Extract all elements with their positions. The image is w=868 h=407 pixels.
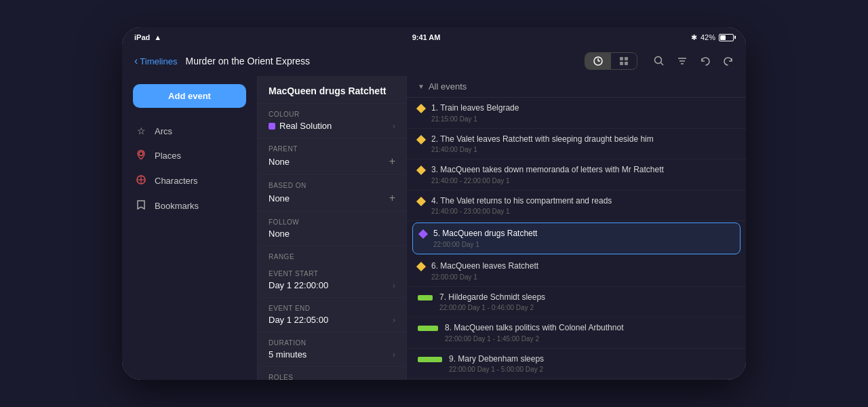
characters-icon: [136, 175, 146, 187]
duration-chevron-icon: ›: [393, 350, 395, 360]
event-item[interactable]: 2. The Valet leaves Ratchett with sleepi…: [407, 129, 746, 160]
bookmarks-icon: [136, 200, 146, 212]
event-content: 2. The Valet leaves Ratchett with sleepi…: [431, 134, 735, 154]
event-time: 21:15:00 Day 1: [431, 115, 735, 123]
svg-rect-5: [620, 62, 623, 65]
svg-rect-6: [625, 62, 628, 65]
event-title: 9. Mary Debenham sleeps: [449, 354, 735, 365]
event-item-selected[interactable]: 5. MacQueen drugs Ratchett 22:00:00 Day …: [412, 222, 741, 254]
event-diamond-icon: [416, 197, 426, 206]
ipad-screen: iPad ▲ 9:41 AM ✱ 42% ‹ Timelines Murder …: [122, 27, 746, 380]
battery-bar: [719, 34, 734, 41]
event-end-row[interactable]: Day 1 22:05:00 ›: [269, 315, 395, 325]
nav-title: Murder on the Orient Express: [185, 56, 576, 66]
event-item[interactable]: 4. The Valet returns to his compartment …: [407, 191, 746, 222]
event-bar-icon: [418, 295, 433, 301]
event-diamond-icon: [416, 135, 426, 144]
event-title: 4. The Valet returns to his compartment …: [431, 196, 735, 207]
collapse-button[interactable]: ▼: [418, 83, 425, 90]
event-start-chevron-icon: ›: [393, 281, 395, 290]
event-diamond-icon: [416, 166, 426, 175]
sidebar-item-bookmarks[interactable]: Bookmarks: [122, 193, 257, 218]
svg-point-12: [139, 152, 143, 156]
event-end-label: Event end: [269, 305, 395, 312]
places-icon: [136, 150, 146, 161]
sidebar-item-arcs[interactable]: ☆ Arcs: [122, 119, 257, 143]
event-content: 6. MacQueen leaves Ratchett 22:00:00 Day…: [431, 261, 735, 281]
toggle-grid-button[interactable]: [611, 53, 637, 69]
sidebar-arcs-label: Arcs: [155, 126, 172, 136]
event-content: 9. Mary Debenham sleeps 22:00:00 Day 1 -…: [449, 354, 735, 374]
status-time: 9:41 AM: [412, 33, 441, 41]
event-content: 5. MacQueen drugs Ratchett 22:00:00 Day …: [433, 229, 733, 248]
event-bar-icon: [418, 357, 442, 362]
svg-rect-3: [620, 57, 623, 60]
follow-row: None: [269, 229, 395, 239]
colour-chevron-icon: ›: [393, 121, 395, 131]
event-content: 7. Hildegarde Schmidt sleeps 22:00:00 Da…: [439, 292, 735, 312]
search-button[interactable]: [654, 56, 665, 66]
sidebar-places-label: Places: [155, 151, 181, 161]
all-events-label: All events: [429, 81, 467, 92]
svg-point-7: [655, 57, 662, 64]
status-right: ✱ 42%: [691, 33, 734, 42]
based-on-label: Based on: [269, 182, 395, 189]
undo-button[interactable]: [700, 56, 711, 66]
duration-label: Duration: [269, 339, 395, 347]
follow-field: Follow None: [258, 212, 406, 246]
event-selected-diamond-icon: [418, 229, 428, 239]
duration-row[interactable]: 5 minutes ›: [269, 349, 395, 360]
all-events-header: ▼ All events: [407, 76, 746, 98]
sidebar: Add event ☆ Arcs Places: [122, 76, 258, 380]
event-bar-icon: [418, 326, 438, 331]
event-item[interactable]: 8. MacQueen talks politics with Colonel …: [407, 317, 746, 349]
event-time: 22:00:00 Day 1: [431, 273, 735, 281]
nav-actions: [654, 56, 734, 66]
based-on-field: Based on None +: [258, 175, 406, 212]
toggle-clock-button[interactable]: [585, 53, 611, 69]
sidebar-item-characters[interactable]: Characters: [122, 168, 257, 193]
based-on-row: None +: [269, 192, 395, 204]
event-item[interactable]: 7. Hildegarde Schmidt sleeps 22:00:00 Da…: [407, 287, 746, 318]
event-time: 22:00:00 Day 1 - 5:00:00 Day 2: [449, 366, 735, 373]
colour-row[interactable]: Real Solution ›: [269, 121, 395, 131]
follow-value: None: [269, 229, 290, 239]
parent-field: Parent None +: [258, 138, 406, 175]
parent-row: None +: [269, 155, 395, 168]
event-time: 22:00:00 Day 1: [433, 241, 733, 248]
view-toggle: [585, 52, 637, 70]
event-title: 7. Hildegarde Schmidt sleeps: [439, 292, 735, 303]
redo-button[interactable]: [723, 56, 734, 66]
event-content: 1. Train leaves Belgrade 21:15:00 Day 1: [431, 103, 735, 123]
parent-add-icon[interactable]: +: [389, 155, 395, 168]
event-title: 8. MacQueen talks politics with Colonel …: [445, 323, 735, 334]
follow-label: Follow: [269, 218, 395, 226]
sidebar-bookmarks-label: Bookmarks: [155, 201, 199, 211]
battery-fill: [720, 35, 726, 40]
nav-bar: ‹ Timelines Murder on the Orient Express: [122, 46, 746, 76]
sidebar-characters-label: Characters: [155, 176, 198, 186]
based-on-add-icon[interactable]: +: [389, 192, 395, 204]
event-item[interactable]: 9. Mary Debenham sleeps 22:00:00 Day 1 -…: [407, 349, 746, 380]
back-label: Timelines: [140, 56, 177, 66]
range-section-label: RANGE: [258, 246, 406, 263]
main-content: Add event ☆ Arcs Places: [122, 76, 746, 380]
roles-section-label: ROLES: [258, 367, 406, 380]
event-item[interactable]: 3. MacQueen takes down memoranda of lett…: [407, 159, 746, 191]
event-start-value: Day 1 22:00:00: [269, 280, 328, 290]
ipad-frame: iPad ▲ 9:41 AM ✱ 42% ‹ Timelines Murder …: [122, 27, 746, 380]
back-button[interactable]: ‹ Timelines: [134, 56, 177, 67]
detail-panel: MacQueen drugs Ratchett Colour Real Solu…: [258, 76, 407, 380]
event-diamond-icon: [416, 104, 426, 113]
filter-button[interactable]: [677, 56, 688, 66]
sidebar-item-places[interactable]: Places: [122, 143, 257, 168]
event-item[interactable]: 6. MacQueen leaves Ratchett 22:00:00 Day…: [407, 256, 746, 287]
svg-line-8: [661, 63, 664, 66]
bluetooth-icon: ✱: [691, 33, 697, 42]
event-item[interactable]: 10. Cyrus Hardman stays awake in his com…: [407, 379, 746, 380]
add-event-button[interactable]: Add event: [133, 84, 246, 108]
duration-value: 5 minutes: [269, 349, 307, 360]
event-item[interactable]: 1. Train leaves Belgrade 21:15:00 Day 1: [407, 98, 746, 129]
event-start-row[interactable]: Day 1 22:00:00 ›: [269, 280, 395, 290]
duration-field: Duration 5 minutes ›: [258, 332, 406, 367]
